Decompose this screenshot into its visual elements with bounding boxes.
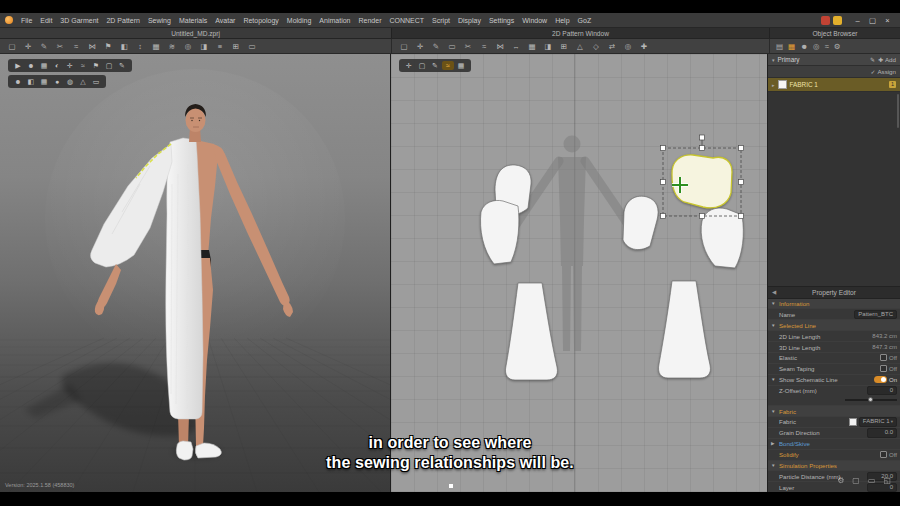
property-row[interactable]: ▼ Selected Line — [768, 320, 900, 331]
checkbox[interactable] — [880, 354, 887, 361]
tab-project[interactable]: Untitled_MD.zprj — [0, 28, 392, 38]
add-fabric-button[interactable]: ✚ Add — [878, 56, 896, 63]
menu-item[interactable]: Animation — [315, 17, 354, 24]
menu-item[interactable]: Edit — [36, 17, 56, 24]
menu-item[interactable]: Settings — [485, 17, 518, 24]
segment-sew-icon[interactable]: ⋈ — [492, 40, 508, 53]
menu-item[interactable]: CONNECT — [385, 17, 428, 24]
free-sew-icon[interactable]: ≈ — [476, 40, 492, 53]
fabric-caret-icon[interactable]: ▸ — [772, 82, 775, 88]
fabric-list-item[interactable]: ▸ FABRIC 1 1 — [768, 78, 900, 92]
symmetry-tool-icon[interactable]: ↔ — [508, 40, 524, 53]
fullscreen-icon[interactable]: ◱ — [883, 476, 891, 485]
viewport-3d[interactable]: ▶☻▦◐✛≈⚑▢✎ ☻◧▦●◍△▭ — [0, 54, 391, 492]
record-badge-icon[interactable] — [821, 16, 830, 25]
uv-tool-icon[interactable]: ⊞ — [228, 40, 244, 53]
menu-item[interactable]: File — [17, 17, 36, 24]
zipper-tool-icon[interactable]: ≋ — [164, 40, 180, 53]
pan-2d-icon[interactable]: ✛ — [403, 61, 415, 70]
bounding-view-icon[interactable]: ◍ — [64, 77, 76, 86]
scissors-tool-icon[interactable]: ✂ — [52, 40, 68, 53]
gizmo-icon[interactable]: ✛ — [64, 61, 76, 70]
menu-item[interactable]: Help — [551, 17, 573, 24]
pin-tool-icon[interactable]: ⚑ — [100, 40, 116, 53]
free-sewing-icon[interactable]: ≈ — [68, 40, 84, 53]
settings-tab-icon[interactable]: ⚙ — [834, 40, 841, 53]
2d-pattern-scene[interactable] — [391, 54, 767, 492]
notch-tool-icon[interactable]: △ — [572, 40, 588, 53]
texture-view-icon[interactable]: ◐ — [51, 61, 63, 70]
z-offset-slider[interactable] — [845, 397, 897, 402]
seam-allowance-icon[interactable]: ◇ — [588, 40, 604, 53]
avatar-show-icon[interactable]: ☻ — [25, 61, 37, 70]
capture-badge-icon[interactable] — [833, 16, 842, 25]
viewport-2d[interactable]: ✛▢✎≈▦ — [391, 54, 768, 492]
menu-item[interactable]: Materials — [175, 17, 211, 24]
property-value[interactable]: Off — [889, 366, 897, 372]
pin-show-icon[interactable]: ⚑ — [90, 61, 102, 70]
texture-editor-icon[interactable]: ▦ — [524, 40, 540, 53]
maximize-button[interactable]: ▢ — [865, 14, 880, 27]
annotate-icon[interactable]: ✎ — [116, 61, 128, 70]
menu-item[interactable]: Script — [428, 17, 454, 24]
scene-tab-icon[interactable]: ▤ — [776, 40, 783, 53]
garment-show-icon[interactable]: ▦ — [38, 61, 50, 70]
property-value[interactable]: FABRIC 1 — [859, 417, 897, 427]
mesh-view-icon[interactable]: ▦ — [38, 77, 50, 86]
wireframe-view-icon[interactable]: △ — [77, 77, 89, 86]
segment-sewing-icon[interactable]: ⋈ — [84, 40, 100, 53]
select-pattern-icon[interactable]: ▢ — [396, 40, 412, 53]
property-value[interactable]: On — [889, 377, 897, 383]
toggle-switch[interactable] — [874, 376, 887, 383]
property-row[interactable]: 3D Line Length 847.3 cm — [768, 342, 900, 353]
property-row[interactable]: Seam Taping Off — [768, 364, 900, 375]
menu-item[interactable]: Avatar — [211, 17, 239, 24]
minimize-button[interactable]: – — [850, 14, 865, 27]
move-gizmo-icon[interactable]: ✛ — [20, 40, 36, 53]
pattern-bodice-right[interactable] — [701, 208, 743, 268]
property-value[interactable]: Pattern_BTC — [854, 310, 897, 320]
menu-item[interactable]: GoZ — [574, 17, 596, 24]
primary-group-label[interactable]: Primary — [778, 56, 800, 63]
dart-tool-icon[interactable]: ◨ — [540, 40, 556, 53]
edit-pattern-icon[interactable]: ✎ — [428, 40, 444, 53]
rectangle-tool-icon[interactable]: ▭ — [444, 40, 460, 53]
texture-tool-icon[interactable]: ▦ — [148, 40, 164, 53]
edit-2d-icon[interactable]: ✎ — [429, 61, 441, 70]
menu-item[interactable]: Display — [454, 17, 485, 24]
fabric-tab-icon[interactable]: ▦ — [788, 40, 795, 53]
button-tab-icon[interactable]: ◎ — [813, 40, 820, 53]
grid-show-icon[interactable]: ▢ — [103, 61, 115, 70]
property-value[interactable]: 0 — [867, 386, 897, 396]
property-row[interactable]: 2D Line Length 843.2 cm — [768, 331, 900, 342]
property-value[interactable]: 843.2 cm — [872, 333, 897, 339]
assign-fabric-button[interactable]: ✓ Assign — [870, 68, 896, 75]
steam-tool-icon[interactable]: ≡ — [212, 40, 228, 53]
button-tool-icon[interactable]: ◎ — [180, 40, 196, 53]
property-row[interactable]: Name Pattern_BTC — [768, 309, 900, 320]
point-view-icon[interactable]: ● — [51, 77, 63, 86]
property-row[interactable]: ▼ Fabric — [768, 406, 900, 417]
menu-item[interactable]: 3D Garment — [56, 17, 102, 24]
scrollbar[interactable] — [897, 94, 899, 128]
trace-tool-icon[interactable]: ⇄ — [604, 40, 620, 53]
flatten-tool-icon[interactable]: ▭ — [244, 40, 260, 53]
pattern-skirt-left[interactable] — [505, 283, 557, 380]
transform-pattern-icon[interactable]: ✛ — [412, 40, 428, 53]
surface-view-icon[interactable]: ▭ — [90, 77, 102, 86]
collapse-panel-icon[interactable]: ◀ — [772, 289, 776, 295]
menu-item[interactable]: Sewing — [144, 17, 175, 24]
trim-tool-icon[interactable]: ◨ — [196, 40, 212, 53]
pen-tool-icon[interactable]: ✎ — [36, 40, 52, 53]
skin-offset-icon[interactable]: ◧ — [25, 77, 37, 86]
checkbox[interactable] — [880, 365, 887, 372]
rotate-handle[interactable] — [700, 135, 705, 140]
pattern-sleeve-right[interactable] — [623, 196, 658, 249]
miniplayer-icon[interactable]: ▢ — [852, 476, 860, 485]
measure-tool-icon[interactable]: ↕ — [132, 40, 148, 53]
property-row[interactable]: Elastic Off — [768, 353, 900, 364]
select-tool-icon[interactable]: ▢ — [4, 40, 20, 53]
show-texture-2d-icon[interactable]: ▦ — [455, 61, 467, 70]
sewing-show-icon[interactable]: ≈ — [77, 61, 89, 70]
menu-item[interactable]: Render — [355, 17, 386, 24]
